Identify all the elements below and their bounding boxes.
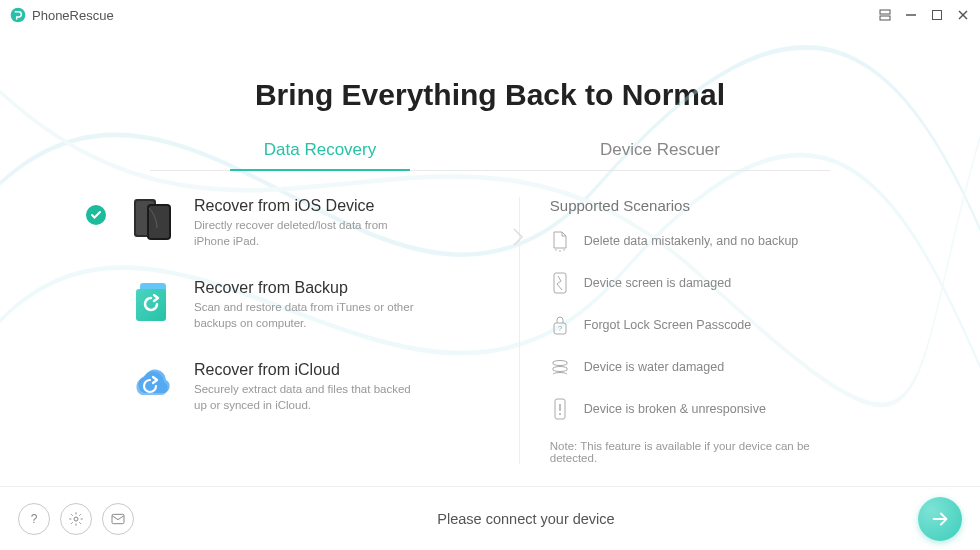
svg-point-14 (559, 250, 561, 252)
app-logo-icon (10, 7, 26, 23)
svg-point-23 (74, 517, 78, 521)
feedback-button[interactable] (102, 503, 134, 535)
svg-text:?: ? (31, 512, 38, 526)
window-controls (878, 8, 970, 22)
file-delete-icon (550, 230, 570, 252)
maximize-button[interactable] (930, 8, 944, 22)
svg-rect-24 (112, 514, 124, 523)
scenario-item: Device screen is damaged (550, 272, 850, 294)
page-title: Bring Everything Back to Normal (0, 78, 980, 112)
window-menu-button[interactable] (878, 8, 892, 22)
help-button[interactable]: ? (18, 503, 50, 535)
option-desc: Scan and restore data from iTunes or oth… (194, 300, 414, 331)
svg-rect-2 (880, 16, 890, 20)
footer: ? Please connect your device (0, 486, 980, 550)
svg-rect-4 (933, 11, 942, 20)
arrow-right-icon (929, 508, 951, 530)
option-title: Recover from Backup (194, 279, 414, 297)
app-name: PhoneRescue (32, 8, 114, 23)
close-button[interactable] (956, 8, 970, 22)
backup-icon (130, 279, 176, 325)
option-desc: Securely extract data and files that bac… (194, 382, 414, 413)
svg-point-15 (563, 249, 565, 251)
tab-device-rescuer[interactable]: Device Rescuer (490, 134, 830, 170)
next-button[interactable] (918, 497, 962, 541)
option-recover-ios-device[interactable]: Recover from iOS Device Directly recover… (130, 197, 499, 249)
option-recover-icloud[interactable]: Recover from iCloud Securely extract dat… (130, 361, 499, 413)
scenario-item: Device is broken & unresponsive (550, 398, 850, 420)
mail-icon (110, 511, 126, 527)
settings-button[interactable] (60, 503, 92, 535)
svg-text:?: ? (558, 324, 563, 333)
icloud-icon (130, 361, 176, 407)
scenarios-title: Supported Scenarios (550, 197, 850, 214)
recovery-options: Recover from iOS Device Directly recover… (130, 197, 519, 464)
lock-icon: ? (550, 314, 570, 336)
scenario-item: Device is water damaged (550, 356, 850, 378)
alert-device-icon (550, 398, 570, 420)
svg-rect-10 (149, 206, 169, 238)
scenario-text: Device is broken & unresponsive (584, 402, 766, 416)
option-title: Recover from iCloud (194, 361, 414, 379)
broken-screen-icon (550, 272, 570, 294)
minimize-button[interactable] (904, 8, 918, 22)
option-title: Recover from iOS Device (194, 197, 414, 215)
tab-data-recovery[interactable]: Data Recovery (150, 134, 490, 170)
gear-icon (68, 511, 84, 527)
svg-rect-1 (880, 10, 890, 14)
supported-scenarios: Supported Scenarios Delete data mistaken… (519, 197, 850, 464)
scenarios-note: Note: This feature is available if your … (550, 440, 850, 464)
svg-point-0 (11, 8, 26, 23)
scenario-text: Device is water damaged (584, 360, 724, 374)
svg-rect-16 (554, 273, 566, 293)
svg-rect-12 (136, 289, 166, 321)
svg-point-21 (559, 413, 561, 415)
scenario-text: Device screen is damaged (584, 276, 731, 290)
titlebar: PhoneRescue (0, 0, 980, 30)
tabs: Data Recovery Device Rescuer (150, 134, 830, 171)
option-desc: Directly recover deleted/lost data from … (194, 218, 414, 249)
scenario-text: Forgot Lock Screen Passcode (584, 318, 751, 332)
scenario-item: ? Forgot Lock Screen Passcode (550, 314, 850, 336)
brand: PhoneRescue (10, 7, 114, 23)
svg-point-13 (555, 249, 557, 251)
ios-device-icon (130, 197, 176, 243)
scenario-text: Delete data mistakenly, and no backup (584, 234, 798, 248)
water-damage-icon (550, 356, 570, 378)
chevron-right-icon (512, 227, 524, 252)
option-recover-backup[interactable]: Recover from Backup Scan and restore dat… (130, 279, 499, 331)
status-text: Please connect your device (134, 511, 918, 527)
scenario-item: Delete data mistakenly, and no backup (550, 230, 850, 252)
check-icon (86, 205, 106, 225)
